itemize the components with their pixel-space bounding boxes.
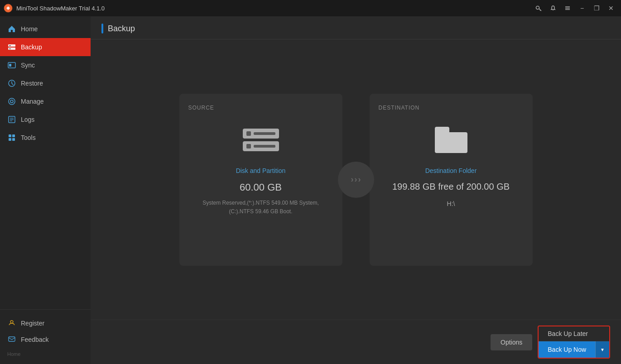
- svg-rect-23: [9, 138, 11, 141]
- app-title: MiniTool ShadowMaker Trial 4.1.0: [16, 5, 532, 12]
- disk-strip-1: [243, 129, 279, 139]
- titlebar-key-icon[interactable]: [532, 2, 545, 14]
- titlebar-menu-icon[interactable]: [561, 2, 574, 14]
- page-header-accent: [101, 24, 103, 34]
- sidebar-item-logs-label: Logs: [21, 116, 34, 123]
- restore-icon: [7, 79, 16, 88]
- logs-icon: [7, 115, 16, 124]
- window-controls: − ❐ ✕: [532, 2, 617, 14]
- sidebar-item-home[interactable]: Home: [0, 20, 91, 38]
- sidebar-item-restore-label: Restore: [21, 80, 43, 87]
- sidebar-item-backup[interactable]: Backup: [0, 38, 91, 56]
- sidebar-item-feedback[interactable]: Feedback: [0, 331, 91, 348]
- back-up-later-button[interactable]: Back Up Later: [539, 326, 609, 341]
- sidebar-item-logs[interactable]: Logs: [0, 110, 91, 129]
- sync-icon: [7, 61, 16, 70]
- source-details: System Reserved,(*:).NTFS 549.00 MB Syst…: [202, 199, 319, 216]
- svg-rect-21: [9, 134, 11, 137]
- main-content: Backup SOURCE: [91, 16, 621, 364]
- svg-rect-10: [9, 45, 11, 46]
- titlebar-notification-icon[interactable]: [547, 2, 559, 14]
- backup-icon: [7, 43, 16, 52]
- svg-point-1: [536, 6, 539, 10]
- source-label: SOURCE: [188, 105, 214, 111]
- svg-point-15: [9, 98, 15, 105]
- page-title: Backup: [108, 24, 135, 34]
- home-icon: [7, 24, 16, 34]
- register-icon: [7, 319, 16, 328]
- app-body: Home Backup: [0, 16, 621, 364]
- tools-icon: [7, 133, 16, 142]
- sidebar-item-register-label: Register: [21, 320, 44, 327]
- svg-point-16: [10, 100, 13, 103]
- backup-area: SOURCE Disk and Partition 60.00: [91, 39, 621, 320]
- svg-rect-13: [9, 64, 11, 67]
- sidebar-nav: Home Backup: [0, 16, 91, 309]
- sidebar-item-tools-label: Tools: [21, 134, 36, 141]
- minimize-button[interactable]: −: [576, 2, 588, 14]
- options-button[interactable]: Options: [491, 334, 532, 350]
- backup-button-group: Back Up Later Back Up Now ▼: [538, 326, 610, 359]
- sidebar-item-tools[interactable]: Tools: [0, 129, 91, 147]
- destination-path: H:\: [447, 200, 455, 207]
- source-icon-area: [243, 122, 279, 158]
- sidebar-item-sync-label: Sync: [21, 62, 35, 69]
- disk-strip-2: [243, 141, 279, 151]
- destination-size: 199.88 GB free of 200.00 GB: [392, 182, 510, 192]
- feedback-icon: [7, 335, 16, 344]
- sidebar-item-manage[interactable]: Manage: [0, 92, 91, 110]
- destination-icon-area: [435, 122, 467, 158]
- chevron-3: ›: [358, 175, 361, 184]
- close-button[interactable]: ✕: [605, 2, 617, 14]
- app-version-bottom: Home: [7, 351, 20, 357]
- sidebar-item-home-label: Home: [21, 25, 38, 33]
- maximize-button[interactable]: ❐: [590, 2, 603, 14]
- svg-rect-22: [12, 134, 15, 137]
- sidebar-item-backup-label: Backup: [21, 43, 42, 51]
- sidebar-item-restore[interactable]: Restore: [0, 74, 91, 92]
- svg-rect-24: [12, 138, 15, 141]
- bottom-bar: Options Back Up Later Back Up Now ▼: [91, 320, 621, 364]
- back-up-now-button[interactable]: Back Up Now: [539, 341, 595, 358]
- app-logo: [4, 4, 13, 13]
- destination-label: DESTINATION: [379, 105, 420, 111]
- destination-type-label: Destination Folder: [425, 167, 477, 174]
- sidebar-item-sync[interactable]: Sync: [0, 56, 91, 74]
- sidebar-bottom: Register Feedback Home: [0, 309, 91, 364]
- manage-icon: [7, 97, 16, 106]
- page-header: Backup: [91, 16, 621, 39]
- arrow-chevrons: › › ›: [351, 175, 361, 184]
- sidebar-item-manage-label: Manage: [21, 98, 44, 105]
- folder-icon: [435, 127, 467, 153]
- source-size: 60.00 GB: [240, 182, 282, 193]
- chevron-2: ›: [355, 175, 357, 184]
- svg-rect-11: [9, 48, 11, 49]
- folder-body: [435, 132, 467, 153]
- sidebar: Home Backup: [0, 16, 91, 364]
- sidebar-item-register[interactable]: Register: [0, 315, 91, 331]
- arrow-area: › › ›: [338, 162, 374, 198]
- back-up-now-dropdown[interactable]: ▼: [595, 341, 609, 358]
- disk-icon: [243, 129, 279, 151]
- back-up-now-row: Back Up Now ▼: [539, 341, 609, 358]
- sidebar-item-feedback-label: Feedback: [21, 336, 48, 343]
- destination-card[interactable]: DESTINATION Destination Folder 199.88 GB…: [370, 94, 533, 266]
- source-card[interactable]: SOURCE Disk and Partition 60.00: [179, 94, 342, 266]
- titlebar: MiniTool ShadowMaker Trial 4.1.0 −: [0, 0, 621, 16]
- chevron-1: ›: [351, 175, 354, 184]
- svg-rect-25: [9, 337, 15, 341]
- source-type-label: Disk and Partition: [236, 167, 286, 174]
